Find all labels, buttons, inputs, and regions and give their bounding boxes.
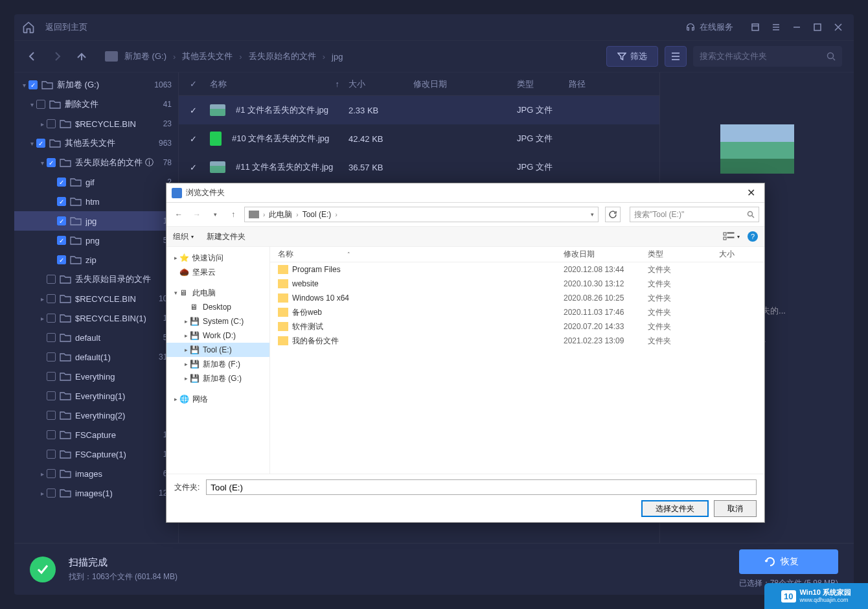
dlg-folder-row[interactable]: website2020.10.30 13:12文件夹 <box>270 277 764 291</box>
svg-point-3 <box>748 212 753 216</box>
dlg-address-bar[interactable]: › 此电脑 › Tool (E:) › ▾ <box>244 207 599 222</box>
col-name[interactable]: 名称↑ <box>207 78 348 90</box>
online-service-link[interactable]: 在线服务 <box>685 21 733 33</box>
help-icon[interactable]: ? <box>748 231 758 242</box>
tree-item[interactable]: ✓gif2 <box>14 172 178 192</box>
select-folder-button[interactable]: 选择文件夹 <box>641 500 709 517</box>
tree-item[interactable]: ✓png57 <box>14 231 178 250</box>
dlg-tree-item[interactable]: ▸⭐快速访问 <box>166 251 269 265</box>
tree-item[interactable]: ▾✓丢失原始名的文件 ⓘ78 <box>14 153 178 172</box>
file-row[interactable]: ✓#11 文件名丢失的文件.jpg36.57 KBJPG 文件 <box>179 153 659 181</box>
recover-button[interactable]: 恢复 <box>739 549 838 574</box>
tree-item[interactable]: Everything3 <box>14 367 178 386</box>
select-all-checkbox[interactable]: ✓ <box>190 79 197 89</box>
tree-item[interactable]: ▸images(1)128 <box>14 483 178 503</box>
nav-back-button[interactable] <box>26 50 39 63</box>
watermark: 10 Win10 系统家园 www.qdhuajin.com <box>764 583 868 609</box>
tree-item[interactable]: Everything(2)8 <box>14 406 178 425</box>
new-folder-button[interactable]: 新建文件夹 <box>207 231 246 242</box>
dlg-col-size[interactable]: 大小 <box>719 249 764 260</box>
svg-rect-0 <box>752 24 759 30</box>
dialog-toolbar: 组织 ▾ 新建文件夹 ▾ ? <box>166 226 764 247</box>
crumb-2[interactable]: 丢失原始名的文件 <box>249 51 316 62</box>
dlg-col-type[interactable]: 类型 <box>648 249 719 260</box>
cancel-button[interactable]: 取消 <box>714 500 757 517</box>
dlg-tree-item[interactable]: ▸💾新加卷 (F:) <box>166 357 269 371</box>
dlg-folder-row[interactable]: 备份web2020.11.03 17:46文件夹 <box>270 305 764 319</box>
organize-dropdown[interactable]: 组织 ▾ <box>173 231 194 242</box>
col-size[interactable]: 大小 <box>348 78 413 90</box>
tree-item[interactable]: ✓htm1 <box>14 192 178 211</box>
tree-item[interactable]: ▸$RECYCLE.BIN(1)13 <box>14 308 178 328</box>
dlg-up-button[interactable]: ↑ <box>226 207 240 222</box>
headset-icon <box>685 22 696 32</box>
tree-item[interactable]: ✓jpg18 <box>14 211 178 231</box>
dlg-tree-item[interactable]: 🖥Desktop <box>166 300 269 314</box>
dialog-footer: 文件夹: 选择文件夹 取消 <box>166 474 764 522</box>
dlg-refresh-button[interactable] <box>605 207 621 222</box>
tree-item[interactable]: ✓zip1 <box>14 250 178 270</box>
pin-icon[interactable] <box>748 19 763 35</box>
dlg-tree-item[interactable]: ▸💾Work (D:) <box>166 328 269 343</box>
home-icon[interactable] <box>22 21 35 34</box>
dlg-folder-row[interactable]: 我的备份文件2021.02.23 13:09文件夹 <box>270 334 764 348</box>
tree-item[interactable]: default(1)315 <box>14 347 178 367</box>
dlg-tree-item[interactable]: ▸💾新加卷 (G:) <box>166 371 269 385</box>
menu-icon[interactable] <box>768 19 784 35</box>
close-button[interactable] <box>830 19 846 35</box>
dlg-forward-button[interactable]: → <box>190 207 204 222</box>
col-type[interactable]: 类型 <box>517 78 569 90</box>
svg-rect-1 <box>814 24 821 30</box>
col-date[interactable]: 修改日期 <box>413 78 517 90</box>
dlg-recent-dropdown[interactable]: ▾ <box>208 207 222 222</box>
tree-item[interactable]: default54 <box>14 328 178 347</box>
dlg-tree-item[interactable]: 🌰坚果云 <box>166 265 269 279</box>
tree-item[interactable]: FSCapture10 <box>14 425 178 444</box>
tree-item[interactable]: FSCapture(1)17 <box>14 444 178 464</box>
dlg-folder-row[interactable]: 软件测试2020.07.20 14:33文件夹 <box>270 319 764 334</box>
filter-button[interactable]: 筛选 <box>606 46 658 67</box>
maximize-button[interactable] <box>810 19 825 35</box>
recover-icon <box>765 557 775 567</box>
search-input[interactable]: 搜索文件或文件夹 <box>693 46 842 67</box>
sidebar-tree[interactable]: ▾✓新加卷 (G:)1063▾删除文件41▸$RECYCLE.BIN23▾✓其他… <box>14 73 179 543</box>
dlg-tree-item[interactable]: ▾🖥此电脑 <box>166 286 269 300</box>
view-toggle-button[interactable] <box>665 46 687 67</box>
dlg-back-button[interactable]: ← <box>172 207 186 222</box>
dlg-tree-item[interactable]: ▸💾System (C:) <box>166 314 269 328</box>
dlg-search-input[interactable]: 搜索"Tool (E:)" <box>630 207 759 222</box>
tree-item[interactable]: ▾✓其他丢失文件963 <box>14 133 178 153</box>
search-icon <box>747 211 755 218</box>
file-row[interactable]: ✓#1 文件名丢失的文件.jpg2.33 KBJPG 文件 <box>179 96 659 124</box>
crumb-0[interactable]: 新加卷 (G:) <box>124 51 166 62</box>
col-path[interactable]: 路径 <box>569 78 659 90</box>
dlg-folder-row[interactable]: Program Files2020.12.08 13:44文件夹 <box>270 262 764 277</box>
crumb-3[interactable]: jpg <box>332 52 343 62</box>
dlg-col-name[interactable]: 名称 ˄ <box>270 249 564 260</box>
titlebar: 返回到主页 在线服务 <box>14 14 854 40</box>
minimize-button[interactable] <box>789 19 805 35</box>
tree-item[interactable]: ▸$RECYCLE.BIN109 <box>14 289 178 308</box>
back-home-link[interactable]: 返回到主页 <box>45 21 87 33</box>
drive-icon <box>249 211 259 218</box>
tree-item[interactable]: Everything(1)4 <box>14 386 178 406</box>
dlg-tree-item[interactable]: ▸💾Tool (E:) <box>166 343 269 357</box>
view-mode-dropdown[interactable]: ▾ <box>723 231 740 242</box>
file-row[interactable]: ✓#10 文件名丢失的文件.jpg42.42 KBJPG 文件 <box>179 124 659 153</box>
nav-up-button[interactable] <box>75 50 88 63</box>
folder-path-input[interactable] <box>206 479 757 495</box>
dlg-folder-row[interactable]: Windows 10 x642020.08.26 10:25文件夹 <box>270 291 764 305</box>
dialog-close-button[interactable]: ✕ <box>743 187 759 199</box>
tree-item[interactable]: ▸$RECYCLE.BIN23 <box>14 114 178 133</box>
drive-icon <box>105 51 118 62</box>
tree-item[interactable]: 丢失原始目录的文件2 <box>14 270 178 289</box>
chevron-down-icon[interactable]: ▾ <box>591 211 594 218</box>
tree-item[interactable]: ▸images63 <box>14 464 178 483</box>
dlg-col-date[interactable]: 修改日期 <box>564 249 648 260</box>
dlg-folder-tree[interactable]: ▸⭐快速访问🌰坚果云▾🖥此电脑🖥Desktop▸💾System (C:)▸💾Wo… <box>166 247 270 474</box>
nav-forward-button[interactable] <box>51 50 63 63</box>
tree-item[interactable]: ▾✓新加卷 (G:)1063 <box>14 75 178 95</box>
dlg-tree-item[interactable]: ▸🌐网络 <box>166 392 269 406</box>
crumb-1[interactable]: 其他丢失文件 <box>182 51 233 62</box>
tree-item[interactable]: ▾删除文件41 <box>14 95 178 114</box>
